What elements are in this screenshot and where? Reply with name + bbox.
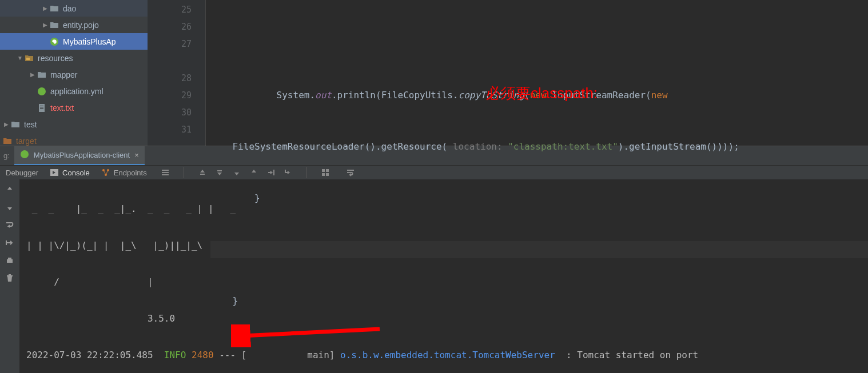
line-number: 26 [148, 18, 192, 35]
tree-label: MybatisPlusAp [63, 37, 116, 46]
run-tab-label: MybatisPlusApplication-client [34, 151, 130, 159]
scroll-to-end-icon[interactable] [5, 238, 14, 249]
tree-label: mapper [50, 70, 77, 79]
console-play-icon [50, 168, 59, 177]
chevron-right-icon: ▶ [29, 71, 37, 78]
tree-item-dao[interactable]: ▶ dao [0, 0, 148, 17]
target-folder-icon [2, 137, 13, 146]
tree-item-main-class[interactable]: MybatisPlusAp [0, 33, 148, 50]
scroll-up-icon[interactable] [5, 185, 14, 196]
folder-icon [10, 120, 21, 129]
scroll-down-icon[interactable] [5, 203, 14, 214]
folder-icon [37, 70, 47, 79]
folder-icon [49, 4, 59, 13]
resources-folder-icon [24, 54, 34, 63]
menu-icon[interactable] [158, 166, 172, 179]
up-stack-icon[interactable] [196, 166, 209, 179]
svg-point-7 [21, 150, 29, 158]
run-prefix: g: [3, 151, 10, 160]
spring-class-icon [49, 37, 59, 46]
trash-icon[interactable] [5, 274, 14, 284]
code-content[interactable]: System.out.println(FileCopyUtils.copyToS… [206, 0, 868, 146]
chevron-right-icon: ▶ [2, 121, 10, 127]
svg-rect-17 [8, 258, 11, 259]
spring-config-icon [37, 87, 47, 96]
tree-item-resources[interactable]: ▼ resources [0, 50, 148, 66]
tree-label: test [24, 120, 37, 129]
svg-rect-6 [40, 108, 43, 109]
line-number: 31 [148, 121, 192, 138]
chevron-down-icon: ▼ [16, 55, 24, 61]
svg-rect-16 [7, 259, 13, 263]
svg-rect-4 [40, 106, 43, 106]
tree-label: text.txt [50, 103, 74, 113]
tree-item-test[interactable]: ▶ test [0, 116, 148, 133]
red-arrow-annotation [231, 324, 385, 347]
tree-item-text-txt[interactable]: text.txt [0, 99, 148, 116]
print-icon[interactable] [5, 256, 14, 267]
line-number: 29 [148, 87, 192, 104]
endpoints-icon [101, 168, 110, 177]
chevron-right-icon: ▶ [41, 5, 49, 11]
console-output[interactable]: _ _ |_ _ _|_. _ _ _ | | _ | | |\/|_)(_| … [19, 179, 868, 373]
svg-point-2 [38, 87, 46, 95]
soft-wrap-icon[interactable] [5, 220, 14, 231]
tree-label: resources [38, 54, 73, 63]
close-icon[interactable]: × [134, 151, 139, 159]
console-action-sidebar [0, 179, 19, 373]
run-tab-active[interactable]: MybatisPlusApplication-client × [14, 146, 145, 165]
line-number [148, 53, 192, 70]
tab-endpoints[interactable]: Endpoints [101, 168, 147, 177]
tree-item-application-yml[interactable]: application.yml [0, 83, 148, 99]
svg-rect-5 [40, 107, 43, 107]
svg-line-18 [242, 329, 380, 336]
project-tree: ▶ dao ▶ entity.pojo MybatisPlusAp ▼ [0, 0, 148, 146]
line-gutter: 25 26 27 28 29 30 31 [148, 0, 206, 146]
line-number: 25 [148, 1, 192, 18]
line-number: 27 [148, 35, 192, 53]
chevron-right-icon: ▶ [41, 22, 49, 28]
tree-label: entity.pojo [63, 21, 99, 30]
spring-run-icon [20, 150, 29, 161]
text-file-icon [37, 103, 47, 113]
folder-icon [49, 21, 59, 30]
tab-debugger[interactable]: Debugger [6, 169, 38, 177]
line-number: 30 [148, 104, 192, 121]
tree-label: dao [63, 4, 76, 13]
svg-rect-1 [26, 58, 30, 60]
tab-console[interactable]: Console [50, 168, 90, 177]
tree-item-entity[interactable]: ▶ entity.pojo [0, 17, 148, 33]
tree-label: application.yml [50, 87, 103, 96]
tree-item-target[interactable]: target [0, 133, 148, 146]
code-editor[interactable]: 25 26 27 28 29 30 31 System.out.println(… [148, 0, 868, 146]
tree-item-mapper[interactable]: ▶ mapper [0, 66, 148, 83]
line-number: 28 [148, 70, 192, 87]
tree-label: target [16, 137, 37, 146]
